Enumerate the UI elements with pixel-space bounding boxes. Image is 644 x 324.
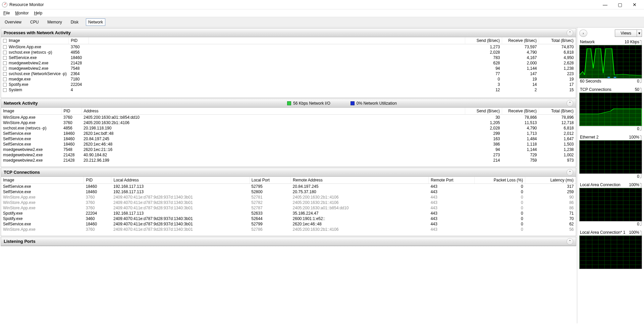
checkbox[interactable] [3, 56, 7, 60]
menu-file[interactable]: File [3, 11, 10, 15]
tcp-grid[interactable]: Image PID Local Address Local Port Remot… [1, 177, 576, 236]
table-row[interactable]: Spotify.exe34602409:4070:411e:d787:9d28:… [1, 216, 576, 221]
panel-processes-header[interactable]: Processes with Network Activity ⌃ [1, 29, 576, 37]
minimize-button[interactable]: — [598, 0, 612, 9]
col-send[interactable]: Send (B/sec) [465, 108, 502, 115]
chart-foot-left: 60 Seconds [580, 79, 601, 84]
close-button[interactable]: ✕ [627, 0, 642, 9]
col-lport[interactable]: Local Port [249, 177, 290, 184]
panel-tcp-title: TCP Connections [4, 170, 40, 175]
table-row[interactable]: msedgewebview2.exe214286282,0002,628 [1, 60, 576, 66]
table-row[interactable]: msedgewebview2.exe7548941,1441,238 [1, 66, 576, 71]
table-row[interactable]: Spotify.exe22204192.168.117.1135263335.1… [1, 211, 576, 216]
views-button[interactable]: Views ▾ [615, 30, 642, 37]
charts-container: Network10 Kbps 60 Seconds0TCP Connection… [579, 40, 642, 270]
col-raddr[interactable]: Remote Address [291, 177, 429, 184]
table-row[interactable]: msedge.exe718001919 [1, 76, 576, 82]
table-row[interactable]: WinStore.App.exe37601,27373,59774,870 [1, 44, 576, 50]
table-row[interactable]: msedgewebview2.exe2142820.212.96.1992147… [1, 158, 576, 163]
tab-network[interactable]: Network [86, 18, 105, 26]
side-column: › Views ▾ Network10 Kbps 60 Seconds0TCP … [577, 28, 644, 323]
table-row[interactable]: WinStore.App.exe37602405:200:1630:2b1::4… [1, 120, 576, 125]
table-row[interactable]: SelfService.exe184602409:4070:411e:d787:… [1, 221, 576, 227]
tab-cpu[interactable]: CPU [29, 18, 40, 26]
col-loss[interactable]: Packet Loss (%) [475, 177, 525, 184]
chart-canvas [579, 93, 642, 126]
chart-foot-right: 0 [637, 222, 641, 226]
table-row[interactable]: svchost.exe (NetworkService -p)236477147… [1, 71, 576, 76]
chart-canvas [579, 140, 642, 174]
panel-ports: Listening Ports ⌃ [1, 237, 576, 246]
col-image[interactable]: Image [1, 108, 61, 115]
table-row[interactable]: WinStore.App.exe37602409:4070:411e:d787:… [1, 227, 576, 232]
table-row[interactable]: WinStore.App.exe37602405:200:1630:a01::b… [1, 115, 576, 120]
col-image[interactable]: Image [1, 177, 84, 184]
table-row[interactable]: Spotify.exe2220431417 [1, 82, 576, 87]
table-row[interactable]: svchost.exe (netsvcs -p)48562,0284,7906,… [1, 50, 576, 55]
col-rport[interactable]: Remote Port [429, 177, 475, 184]
chart-title: Ethernet 2 [580, 135, 598, 140]
col-total[interactable]: Total (B/sec) [539, 37, 576, 44]
col-pid[interactable]: PID [84, 177, 111, 184]
chart-title: TCP Connections [580, 87, 611, 92]
table-row[interactable]: svchost.exe (netsvcs -p)485620.198.118.1… [1, 125, 576, 131]
chevron-up-icon[interactable]: ⌃ [567, 100, 573, 107]
checkbox[interactable] [3, 67, 7, 70]
menu-monitor[interactable]: Monitor [15, 11, 29, 15]
table-row[interactable]: msedgewebview2.exe2142840.90.184.8227372… [1, 152, 576, 158]
table-row[interactable]: msedgewebview2.exe75482620:1ec:21::16941… [1, 147, 576, 152]
side-collapse-button[interactable]: › [579, 30, 587, 37]
table-row[interactable]: SelfService.exe184602620:1ec:46::483861,… [1, 142, 576, 147]
menu-help[interactable]: Help [34, 11, 42, 15]
col-send[interactable]: Send (B/sec) [465, 37, 502, 44]
tab-bar: Overview CPU Memory Disk Network [0, 17, 644, 28]
chart-block: Local Area Connection100% 0 [579, 182, 642, 227]
checkbox[interactable] [3, 45, 7, 49]
chevron-up-icon[interactable]: ⌃ [567, 30, 573, 36]
tab-disk[interactable]: Disk [69, 18, 80, 26]
col-laddr[interactable]: Local Address [111, 177, 249, 184]
stat-network-io: 56 Kbps Network I/O [287, 101, 330, 106]
tab-overview[interactable]: Overview [3, 18, 23, 26]
table-row[interactable]: System412215 [1, 87, 576, 93]
svg-rect-0 [607, 77, 610, 78]
chevron-up-icon[interactable]: ⌃ [567, 238, 573, 245]
processes-grid[interactable]: Image PID Send (B/sec) Receive (B/sec) T… [1, 37, 576, 98]
table-row[interactable]: WinStore.App.exe37602409:4070:411e:d787:… [1, 200, 576, 205]
col-pid[interactable]: PID [69, 37, 89, 44]
chart-foot-right: 0 [637, 174, 641, 179]
checkbox[interactable] [3, 51, 7, 54]
table-row[interactable]: SelfService.exe1846020.84.197.2451631,48… [1, 136, 576, 142]
maximize-button[interactable]: ▢ [612, 0, 627, 9]
activity-grid[interactable]: Image PID Address Send (B/sec) Receive (… [1, 108, 576, 167]
table-row[interactable]: SelfService.exe18460192.168.117.11352800… [1, 189, 576, 195]
col-recv[interactable]: Receive (B/sec) [502, 37, 539, 44]
titlebar: Resource Monitor — ▢ ✕ [0, 0, 644, 9]
tab-memory[interactable]: Memory [46, 18, 63, 26]
col-total[interactable]: Total (B/sec) [539, 108, 576, 115]
table-row[interactable]: SelfService.exe184602620:1ec:bdf::482991… [1, 131, 576, 136]
chart-foot-right: 0 [637, 79, 641, 84]
panel-activity-header[interactable]: Network Activity 56 Kbps Network I/O 0% … [1, 99, 576, 108]
checkbox[interactable] [3, 72, 7, 76]
col-address[interactable]: Address [82, 108, 465, 115]
col-pid[interactable]: PID [61, 108, 82, 115]
views-dropdown-icon[interactable]: ▾ [637, 30, 642, 37]
color-square-util [351, 101, 355, 105]
col-lat[interactable]: Latency (ms) [525, 177, 576, 184]
panel-ports-header[interactable]: Listening Ports ⌃ [1, 237, 576, 246]
table-row[interactable]: SelfService.exe18460192.168.117.11352795… [1, 184, 576, 190]
panel-tcp-header[interactable]: TCP Connections ⌃ [1, 168, 576, 177]
chart-canvas [579, 188, 642, 221]
table-row[interactable]: WinStore.App.exe37602409:4070:411e:d787:… [1, 195, 576, 200]
table-row[interactable]: SelfService.exe184607834,1674,950 [1, 55, 576, 60]
checkbox[interactable] [3, 88, 7, 92]
checkbox-all[interactable] [3, 39, 7, 43]
checkbox[interactable] [3, 83, 7, 87]
chevron-up-icon[interactable]: ⌃ [567, 169, 573, 176]
panel-activity: Network Activity 56 Kbps Network I/O 0% … [1, 99, 576, 167]
table-row[interactable]: WinStore.App.exe37602409:4070:411e:d787:… [1, 205, 576, 211]
checkbox[interactable] [3, 77, 7, 81]
col-recv[interactable]: Receive (B/sec) [502, 108, 539, 115]
checkbox[interactable] [3, 61, 7, 65]
